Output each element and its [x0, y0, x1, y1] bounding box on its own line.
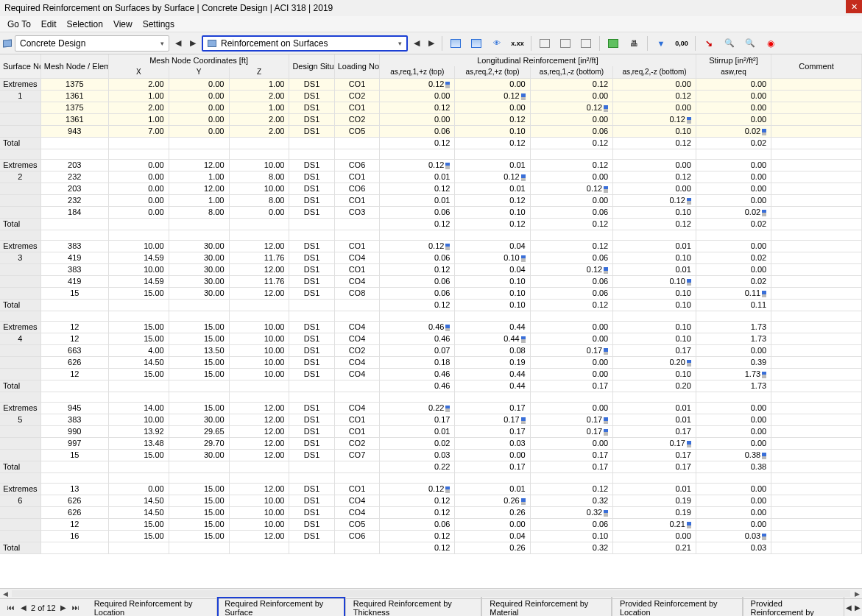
prev-result-button[interactable]: ◀: [411, 38, 423, 48]
scroll-right-icon[interactable]: ▶: [852, 589, 862, 598]
table-row[interactable]: 1840.008.000.00DS1CO30.060.100.060.100.0…: [0, 206, 862, 218]
print-button[interactable]: 🖶: [625, 35, 643, 52]
table-row[interactable]: Extremes2030.0012.0010.00DS1CO60.120.010…: [0, 159, 862, 171]
next-page-button[interactable]: ▶: [59, 603, 68, 612]
prev-module-button[interactable]: ◀: [172, 38, 184, 48]
col-a4[interactable]: as,req,2,-z (bottom): [613, 66, 696, 78]
tab-scroll-left[interactable]: ◀: [844, 603, 853, 612]
tab-scroll-right[interactable]: ▶: [853, 603, 862, 612]
table-row[interactable]: 2320.001.008.00DS1CO10.010.120.000.120.0…: [0, 194, 862, 206]
tab-3[interactable]: Required Reinforcement by Material: [481, 597, 612, 617]
table-row[interactable]: Extremes1215.0015.0010.00DS1CO40.460.440…: [0, 321, 862, 333]
scroll-left-icon[interactable]: ◀: [0, 589, 10, 598]
table-row[interactable]: 1615.0015.0012.00DS1CO60.120.040.100.000…: [0, 530, 862, 542]
tab-1[interactable]: Required Reinforcement by Surface: [217, 597, 345, 617]
result-dropdown[interactable]: Reinforcement on Surfaces ▾: [202, 35, 408, 52]
pick-button[interactable]: ↘: [700, 35, 718, 52]
tool-button-2[interactable]: [467, 35, 485, 52]
table-row[interactable]: 22320.001.008.00DS1CO10.010.120.000.120.…: [0, 171, 862, 183]
chevron-down-icon: ▾: [160, 40, 164, 47]
col-loading-no[interactable]: Loading No.: [334, 54, 379, 78]
table-row[interactable]: 99013.9229.6512.00DS1CO10.010.170.170.17…: [0, 425, 862, 437]
table-row[interactable]: 113611.000.002.00DS1CO20.000.120.000.120…: [0, 90, 862, 102]
col-asw[interactable]: asw,req: [696, 66, 771, 78]
grid-button-2[interactable]: [557, 35, 574, 52]
spacer-row: [0, 392, 862, 402]
table-row[interactable]: 1215.0015.0010.00DS1CO40.460.440.000.101…: [0, 368, 862, 380]
col-surface-no[interactable]: Surface No.: [0, 54, 40, 78]
next-result-button[interactable]: ▶: [425, 38, 437, 48]
table-row[interactable]: Extremes38310.0030.0012.00DS1CO10.120.04…: [0, 240, 862, 252]
col-group-stirrup[interactable]: Stirrup [in²/ft²]: [696, 54, 771, 66]
filter-button[interactable]: ▼: [652, 35, 670, 52]
table-row[interactable]: Extremes13752.000.001.00DS1CO10.120.000.…: [0, 78, 862, 90]
color-button[interactable]: ◉: [762, 35, 780, 52]
table-row[interactable]: 13611.000.002.00DS1CO20.000.120.000.120.…: [0, 113, 862, 125]
table-row[interactable]: 6634.0013.5010.00DS1CO20.070.080.170.170…: [0, 344, 862, 356]
table-row[interactable]: 662614.5015.0010.00DS1CO40.120.260.320.1…: [0, 495, 862, 506]
first-page-button[interactable]: ⏮: [6, 603, 16, 612]
tab-4[interactable]: Provided Reinforcement by Location: [612, 597, 743, 617]
excel-button[interactable]: [604, 35, 622, 52]
table-row[interactable]: 41914.5930.0011.76DS1CO40.060.100.060.10…: [0, 275, 862, 287]
col-mesh-node[interactable]: Mesh Node / Element No.: [40, 54, 108, 78]
menubar: Go ToEditSelectionViewSettings: [0, 16, 862, 32]
col-z[interactable]: Z: [229, 66, 289, 78]
col-x[interactable]: X: [108, 66, 169, 78]
module-dropdown[interactable]: Concrete Design ▾: [15, 35, 169, 52]
table-row[interactable]: 62614.5015.0010.00DS1CO40.120.260.320.19…: [0, 506, 862, 518]
table-row[interactable]: Extremes94514.0015.0012.00DS1CO40.220.17…: [0, 402, 862, 414]
tab-2[interactable]: Required Reinforcement by Thickness: [345, 597, 482, 617]
tool-button-1[interactable]: [447, 35, 464, 52]
close-button[interactable]: ✕: [846, 0, 862, 13]
view-icon[interactable]: 👁: [488, 35, 506, 52]
col-group-longitudinal[interactable]: Longitudinal Reinforcement [in²/ft]: [380, 54, 696, 66]
menu-selection[interactable]: Selection: [63, 18, 107, 31]
table-row[interactable]: 13752.000.001.00DS1CO10.120.000.120.000.…: [0, 102, 862, 113]
data-grid[interactable]: Surface No. Mesh Node / Element No. Mesh…: [0, 54, 862, 588]
grid-button-3[interactable]: [577, 35, 595, 52]
menu-edit[interactable]: Edit: [37, 18, 61, 31]
table-row[interactable]: 538310.0030.0012.00DS1CO10.170.170.170.0…: [0, 414, 862, 425]
table-row[interactable]: 62614.5015.0010.00DS1CO40.180.190.000.20…: [0, 356, 862, 368]
table-row[interactable]: 1515.0030.0012.00DS1CO80.060.100.060.100…: [0, 287, 862, 299]
last-page-button[interactable]: ⏭: [71, 603, 81, 612]
table-row[interactable]: 1515.0030.0012.00DS1CO70.030.000.170.170…: [0, 449, 862, 461]
next-module-button[interactable]: ▶: [187, 38, 199, 48]
result-dropdown-label: Reinforcement on Surfaces: [221, 38, 328, 49]
concrete-icon: [3, 39, 12, 47]
grid-button-1[interactable]: [536, 35, 554, 52]
col-comment[interactable]: Comment: [771, 54, 862, 78]
search-button[interactable]: 🔍: [721, 35, 738, 52]
horizontal-scrollbar[interactable]: ◀ ▶: [0, 588, 862, 598]
table-row[interactable]: 41215.0015.0010.00DS1CO40.460.440.000.10…: [0, 333, 862, 344]
col-design-situation[interactable]: Design Situation: [289, 54, 334, 78]
menu-view[interactable]: View: [109, 18, 137, 31]
prev-page-button[interactable]: ◀: [19, 603, 28, 612]
table-row[interactable]: 9437.000.002.00DS1CO50.060.100.060.100.0…: [0, 125, 862, 137]
table-row[interactable]: Extremes130.0015.0012.00DS1CO10.120.010.…: [0, 483, 862, 495]
tab-bar: ⏮ ◀ 2 of 12 ▶ ⏭ Required Reinforcement b…: [0, 598, 862, 616]
table-row[interactable]: 1215.0015.0010.00DS1CO50.060.000.060.210…: [0, 518, 862, 530]
col-y[interactable]: Y: [169, 66, 229, 78]
total-row: Total0.120.100.120.100.11: [0, 299, 862, 311]
tab-0[interactable]: Required Reinforcement by Location: [87, 597, 218, 617]
menu-go-to[interactable]: Go To: [3, 18, 35, 31]
decimals-button[interactable]: x.xx: [509, 35, 526, 52]
col-a2[interactable]: as,req,2,+z (top): [455, 66, 530, 78]
decimals-zero-button[interactable]: 0,00: [673, 35, 690, 52]
menu-settings[interactable]: Settings: [138, 18, 179, 31]
tab-5[interactable]: Provided Reinforcement by: [743, 597, 844, 617]
module-dropdown-label: Concrete Design: [20, 38, 85, 49]
col-a1[interactable]: as,req,1,+z (top): [380, 66, 455, 78]
table-row[interactable]: 38310.0030.0012.00DS1CO10.120.040.120.01…: [0, 263, 862, 275]
col-a3[interactable]: as,req,1,-z (bottom): [530, 66, 613, 78]
total-row: Total0.120.260.320.210.03: [0, 542, 862, 553]
table-row[interactable]: 2030.0012.0010.00DS1CO60.120.010.120.000…: [0, 183, 862, 194]
zoom-button[interactable]: 🔍: [741, 35, 759, 52]
window-title: Required Reinforcement on Surfaces by Su…: [4, 3, 333, 13]
table-row[interactable]: 341914.5930.0011.76DS1CO40.060.100.060.1…: [0, 252, 862, 263]
table-row[interactable]: 99713.4829.7012.00DS1CO20.020.030.000.17…: [0, 437, 862, 449]
spacer-row: [0, 311, 862, 321]
col-group-coords[interactable]: Mesh Node Coordinates [ft]: [108, 54, 289, 66]
